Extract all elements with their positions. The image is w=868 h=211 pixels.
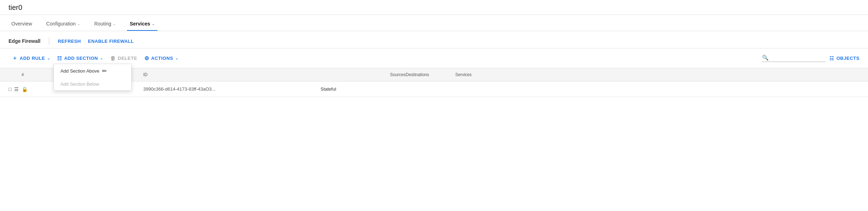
refresh-button[interactable]: REFRESH: [58, 39, 81, 44]
tab-overview[interactable]: Overview: [9, 21, 35, 31]
col-header-sources: Sources: [363, 72, 406, 77]
col-header-services: Services: [455, 72, 491, 77]
add-section-wrapper: ☷ ADD SECTION ⌄ Add Section Above ✏ Add …: [54, 53, 106, 64]
tab-routing[interactable]: Routing ⌄: [91, 21, 118, 31]
tab-services[interactable]: Services ⌄: [127, 21, 157, 31]
add-section-button[interactable]: ☷ ADD SECTION ⌄: [54, 53, 106, 64]
col-header-hash: #: [9, 72, 37, 77]
delete-button[interactable]: 🗑 DELETE: [107, 53, 141, 63]
search-icon[interactable]: 🔍: [762, 55, 769, 61]
row-controls: □ ☰ 🔒: [9, 86, 37, 92]
chevron-down-icon: ⌄: [152, 22, 155, 26]
collapse-icon[interactable]: □: [9, 86, 11, 92]
lock-icon[interactable]: 🔒: [22, 86, 28, 92]
tab-configuration[interactable]: Configuration ⌄: [43, 21, 83, 31]
add-section-dropdown: Add Section Above ✏ Add Section Below: [54, 64, 132, 91]
chevron-down-icon: ⌄: [77, 22, 80, 26]
edge-firewall-label: Edge Firewall: [9, 38, 40, 44]
toolbar-section: Edge Firewall REFRESH ENABLE FIREWALL: [0, 31, 868, 49]
objects-grid-icon: ☷: [829, 56, 834, 61]
gear-icon: ⚙: [144, 55, 149, 62]
right-actions: 🔍 ☷ OBJECTS: [762, 55, 859, 62]
chevron-down-icon: ⌄: [47, 56, 50, 60]
actions-button[interactable]: ⚙ ACTIONS ⌄: [141, 53, 182, 64]
add-rule-button[interactable]: ＋ ADD RULE ⌄: [9, 53, 54, 64]
delete-icon: 🗑: [110, 55, 116, 61]
actions-bar: ＋ ADD RULE ⌄ ☷ ADD SECTION ⌄ Add Section…: [0, 49, 868, 68]
tabs-bar: Overview Configuration ⌄ Routing ⌄ Servi…: [0, 15, 868, 31]
add-section-icon: ☷: [57, 55, 62, 62]
add-section-above-item[interactable]: Add Section Above ✏: [54, 64, 131, 78]
chevron-down-icon: ⌄: [175, 56, 178, 60]
enable-firewall-button[interactable]: ENABLE FIREWALL: [88, 39, 134, 44]
add-section-below-item: Add Section Below: [54, 78, 131, 90]
drag-icon[interactable]: ☰: [14, 86, 19, 92]
plus-icon: ＋: [12, 55, 18, 62]
chevron-down-icon: ⌄: [100, 56, 103, 60]
col-header-id: ID: [143, 72, 321, 77]
row-stateful: Stateful: [321, 86, 363, 92]
row-id: 3990c366-d614-4173-83ff-43aO3...: [143, 86, 321, 92]
page-title-bar: tier0: [0, 0, 868, 15]
page-title: tier0: [9, 4, 22, 11]
chevron-down-icon: ⌄: [113, 22, 116, 26]
col-header-destinations: Destinations: [406, 72, 455, 77]
toolbar-divider: [49, 38, 49, 45]
cursor-icon: ✏: [102, 68, 107, 74]
objects-button[interactable]: ☷ OBJECTS: [829, 56, 859, 61]
search-area: 🔍: [762, 55, 826, 62]
